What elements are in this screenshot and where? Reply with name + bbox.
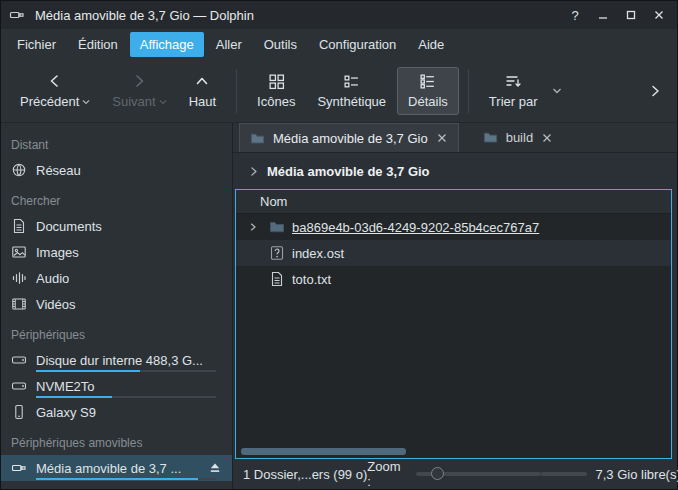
compact-view-icon xyxy=(343,73,360,90)
details-view-button[interactable]: Détails xyxy=(397,67,459,115)
selection-summary: 1 Dossier,...ers (99 o) xyxy=(243,467,367,482)
expander-chevron-icon[interactable] xyxy=(244,222,262,232)
sort-by-button[interactable]: Trier par xyxy=(478,66,549,115)
audio-icon xyxy=(11,270,27,286)
forward-button[interactable]: Suivant xyxy=(101,66,177,115)
back-label: Précédent xyxy=(20,94,79,109)
sidebar-item-media-amovible[interactable]: Média amovible de 3,7 ... xyxy=(1,455,232,481)
breadcrumb-current-folder[interactable]: Média amovible de 3,7 Gio xyxy=(267,164,430,179)
sidebar-item-nvme[interactable]: NVME2To xyxy=(1,373,232,399)
tab-close-icon[interactable] xyxy=(541,132,553,144)
scrollbar-handle[interactable] xyxy=(241,448,406,455)
compact-view-label: Synthétique xyxy=(317,94,386,109)
section-remote: Distant xyxy=(1,127,232,157)
toolbar: Précédent Suivant Haut Icônes xyxy=(1,59,677,123)
menu-aller[interactable]: Aller xyxy=(206,32,252,57)
forward-label: Suivant xyxy=(112,94,155,109)
free-space-text: 7,3 Gio libre(s) xyxy=(596,467,678,482)
sidebar-item-reseau[interactable]: Réseau xyxy=(1,157,232,183)
folder-icon xyxy=(483,130,498,145)
capacity-bar xyxy=(36,370,216,372)
menu-aide[interactable]: Aide xyxy=(408,32,454,57)
video-icon xyxy=(11,296,27,312)
titlebar[interactable]: Média amovible de 3,7 Gio — Dolphin ? xyxy=(1,1,677,29)
sidebar-item-audio[interactable]: Audio xyxy=(1,265,232,291)
caret-down-icon xyxy=(159,99,167,105)
sidebar-item-galaxy-s9[interactable]: Galaxy S9 xyxy=(1,399,232,425)
zoom-slider[interactable] xyxy=(416,472,540,476)
up-button[interactable]: Haut xyxy=(178,66,227,115)
zoom-slider-handle[interactable] xyxy=(431,467,444,480)
menu-edition[interactable]: Édition xyxy=(68,32,128,57)
breadcrumb: Média amovible de 3,7 Gio xyxy=(233,153,677,189)
menu-affichage[interactable]: Affichage xyxy=(130,32,204,57)
file-row-folder[interactable]: ba869e4b-03d6-4249-9202-85b4cec767a7 xyxy=(236,214,671,240)
minimize-button[interactable] xyxy=(593,5,613,25)
hard-drive-icon xyxy=(11,352,27,368)
places-panel: Distant Réseau Chercher Documents Images xyxy=(1,123,233,489)
help-button[interactable]: ? xyxy=(565,5,585,25)
sidebar-item-images[interactable]: Images xyxy=(1,239,232,265)
file-view: Nom ba869e4b-03d6-4249-9202-85b4cec767a7 xyxy=(235,189,672,459)
section-removable: Périphériques amovibles xyxy=(1,425,232,455)
image-icon xyxy=(11,244,27,260)
hard-drive-icon xyxy=(11,378,27,394)
dolphin-window: Média amovible de 3,7 Gio — Dolphin ? Fi… xyxy=(0,0,678,490)
tab-bar: Média amovible de 3,7 Gio build xyxy=(233,123,677,153)
folder-icon xyxy=(250,131,265,146)
sidebar-item-label: Galaxy S9 xyxy=(36,405,96,420)
help-glyph: ? xyxy=(571,8,578,23)
menu-outils[interactable]: Outils xyxy=(254,32,307,57)
window-usb-icon xyxy=(9,7,25,23)
file-name: toto.txt xyxy=(292,272,331,287)
caret-down-icon xyxy=(552,87,562,94)
compact-view-button[interactable]: Synthétique xyxy=(306,67,397,115)
toolbar-separator xyxy=(236,69,237,113)
sidebar-item-label: Média amovible de 3,7 ... xyxy=(36,461,181,476)
menu-fichier[interactable]: Fichier xyxy=(7,32,66,57)
network-icon xyxy=(11,162,27,178)
file-row-toto-txt[interactable]: toto.txt xyxy=(236,266,671,292)
sidebar-item-label: NVME2To xyxy=(36,379,95,394)
phone-icon xyxy=(11,404,27,420)
zoom-label: Zoom : xyxy=(367,459,406,489)
tab-build[interactable]: build xyxy=(473,123,563,152)
tab-close-icon[interactable] xyxy=(436,132,448,144)
eject-button[interactable] xyxy=(208,461,222,475)
chevron-left-icon xyxy=(46,72,64,90)
close-button[interactable] xyxy=(649,5,669,25)
capacity-bar xyxy=(36,396,216,398)
capacity-bar xyxy=(36,478,216,480)
unknown-file-icon xyxy=(269,245,285,261)
toolbar-overflow-button[interactable] xyxy=(641,77,669,105)
menu-configuration[interactable]: Configuration xyxy=(309,32,406,57)
window-controls: ? xyxy=(565,5,669,25)
back-button[interactable]: Précédent xyxy=(9,66,101,115)
chevron-right-icon xyxy=(130,72,148,90)
file-rows: ba869e4b-03d6-4249-9202-85b4cec767a7 ind… xyxy=(236,214,671,445)
icons-view-icon xyxy=(268,73,285,90)
section-search: Chercher xyxy=(1,183,232,213)
eject-icon xyxy=(208,461,222,475)
chevron-right-icon xyxy=(247,165,260,178)
file-row-index-ost[interactable]: index.ost xyxy=(236,240,671,266)
sidebar-item-label: Images xyxy=(36,245,79,260)
column-header-nom[interactable]: Nom xyxy=(236,190,671,214)
chevron-right-icon xyxy=(647,83,663,99)
text-file-icon xyxy=(269,271,285,287)
file-name: ba869e4b-03d6-4249-9202-85b4cec767a7 xyxy=(292,220,539,235)
tab-label: build xyxy=(506,130,533,145)
folder-icon xyxy=(269,219,285,235)
menubar: Fichier Édition Affichage Aller Outils C… xyxy=(1,29,677,59)
icons-view-button[interactable]: Icônes xyxy=(246,67,306,115)
maximize-button[interactable] xyxy=(621,5,641,25)
sidebar-item-disque-dur[interactable]: Disque dur interne 488,3 G... xyxy=(1,347,232,373)
up-label: Haut xyxy=(189,94,216,109)
sidebar-item-label: Audio xyxy=(36,271,69,286)
tab-media-amovible[interactable]: Média amovible de 3,7 Gio xyxy=(239,123,459,152)
sidebar-item-documents[interactable]: Documents xyxy=(1,213,232,239)
sidebar-item-label: Réseau xyxy=(36,163,81,178)
sort-by-label: Trier par xyxy=(489,94,538,109)
caret-down-icon xyxy=(82,99,90,105)
sidebar-item-videos[interactable]: Vidéos xyxy=(1,291,232,317)
